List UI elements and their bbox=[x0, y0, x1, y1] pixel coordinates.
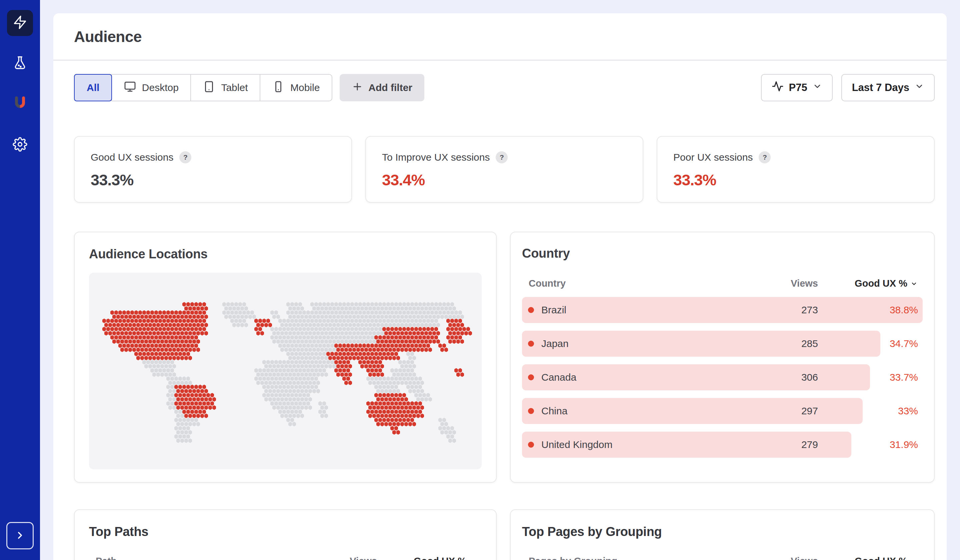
map-dot-land bbox=[440, 422, 444, 426]
map-dot-empty bbox=[144, 438, 148, 443]
map-dot-land bbox=[324, 364, 328, 369]
audience-locations-title: Audience Locations bbox=[89, 247, 482, 261]
map-dot-empty bbox=[128, 430, 132, 435]
map-dot-empty bbox=[140, 422, 144, 426]
help-icon[interactable]: ? bbox=[759, 151, 771, 163]
tab-all-label: All bbox=[87, 82, 99, 93]
country-good-ux: 33% bbox=[818, 405, 918, 417]
map-row bbox=[104, 323, 472, 327]
map-dot-empty bbox=[420, 422, 424, 426]
map-dot-highlight bbox=[196, 331, 200, 336]
tab-tablet[interactable]: Tablet bbox=[190, 74, 260, 101]
map-dot-empty bbox=[152, 438, 156, 443]
country-card: Country Country Views Good UX % Brazil bbox=[510, 232, 935, 483]
sidebar-item-dashboard[interactable] bbox=[7, 10, 33, 36]
map-dot-empty bbox=[208, 430, 212, 435]
map-dot-land bbox=[172, 405, 176, 410]
column-good-ux[interactable]: Good UX % bbox=[818, 556, 918, 560]
map-dot-highlight bbox=[144, 339, 148, 344]
tab-desktop[interactable]: Desktop bbox=[111, 74, 191, 101]
map-dot-land bbox=[308, 397, 312, 402]
map-dot-highlight bbox=[152, 323, 156, 327]
help-icon[interactable]: ? bbox=[496, 151, 508, 163]
map-dot-land bbox=[324, 314, 328, 319]
map-dot-highlight bbox=[380, 339, 384, 344]
add-filter-button[interactable]: Add filter bbox=[340, 74, 424, 101]
map-dot-land bbox=[264, 364, 268, 369]
sidebar-item-settings[interactable] bbox=[7, 132, 33, 158]
map-dot-land bbox=[372, 306, 376, 311]
country-row-canada[interactable]: Canada 306 33.7% bbox=[522, 364, 923, 390]
column-path[interactable]: Path bbox=[96, 556, 320, 560]
map-dot-land bbox=[264, 372, 268, 377]
map-dot-highlight bbox=[200, 306, 204, 311]
map-dot-empty bbox=[180, 364, 184, 369]
map-dot-highlight bbox=[436, 331, 440, 336]
map-dot-land bbox=[356, 306, 360, 311]
map-dot-empty bbox=[440, 372, 444, 377]
map-dot-land bbox=[312, 364, 316, 369]
map-dot-highlight bbox=[192, 306, 196, 311]
map-dot-land bbox=[184, 430, 188, 435]
stat-cards: Good UX sessions ? 33.3% To Improve UX s… bbox=[74, 136, 935, 203]
map-dot-land bbox=[400, 372, 404, 377]
map-dot-empty bbox=[340, 422, 344, 426]
map-dot-land bbox=[164, 364, 168, 369]
map-dot-empty bbox=[216, 356, 220, 360]
map-dot-empty bbox=[148, 430, 152, 435]
map-dot-highlight bbox=[380, 372, 384, 377]
column-views[interactable]: Views bbox=[320, 556, 377, 560]
country-row-united-kingdom[interactable]: United Kingdom 279 31.9% bbox=[522, 432, 923, 458]
country-row-china[interactable]: China 297 33% bbox=[522, 398, 923, 424]
column-good-ux[interactable]: Good UX % bbox=[818, 278, 918, 289]
column-pages-by-grouping[interactable]: Pages by Grouping bbox=[529, 556, 761, 560]
sidebar-expand-button[interactable] bbox=[6, 522, 34, 549]
country-row-japan[interactable]: Japan 285 34.7% bbox=[522, 331, 923, 357]
column-views[interactable]: Views bbox=[761, 556, 818, 560]
map-dot-empty bbox=[444, 372, 448, 377]
map-row bbox=[104, 414, 472, 418]
map-dot-empty bbox=[356, 405, 360, 410]
column-good-ux[interactable]: Good UX % bbox=[377, 556, 477, 560]
map-dot-empty bbox=[328, 389, 332, 393]
map-dot-empty bbox=[104, 356, 108, 360]
map-dot-land bbox=[320, 339, 324, 344]
map-dot-land bbox=[324, 339, 328, 344]
column-views[interactable]: Views bbox=[761, 278, 818, 289]
map-dot-highlight bbox=[188, 397, 192, 402]
map-dot-empty bbox=[264, 405, 268, 410]
map-dot-highlight bbox=[108, 331, 112, 336]
map-dot-highlight bbox=[384, 405, 388, 410]
map-dot-highlight bbox=[176, 405, 180, 410]
map-dot-empty bbox=[436, 372, 440, 377]
map-dot-empty bbox=[176, 372, 180, 377]
column-country[interactable]: Country bbox=[529, 278, 761, 289]
map-dot-land bbox=[440, 430, 444, 435]
map-dot-land bbox=[416, 323, 420, 327]
map-dot-land bbox=[188, 438, 192, 443]
help-icon[interactable]: ? bbox=[179, 151, 191, 163]
map-dot-highlight bbox=[200, 397, 204, 402]
tab-all[interactable]: All bbox=[74, 74, 112, 101]
country-row-brazil[interactable]: Brazil 273 38.8% bbox=[522, 297, 923, 323]
map-dot-empty bbox=[240, 430, 244, 435]
map-dot-empty bbox=[464, 356, 468, 360]
map-dot-highlight bbox=[156, 323, 160, 327]
map-dot-land bbox=[176, 438, 180, 443]
map-dot-land bbox=[420, 306, 424, 311]
percentile-dropdown[interactable]: P75 bbox=[761, 74, 833, 101]
map-dot-highlight bbox=[408, 347, 412, 352]
date-range-dropdown[interactable]: Last 7 Days bbox=[841, 74, 935, 101]
map-dot-empty bbox=[268, 414, 272, 418]
sidebar-item-logo[interactable] bbox=[7, 91, 33, 117]
map-dot-empty bbox=[416, 438, 420, 443]
map-dot-land bbox=[276, 389, 280, 393]
sidebar-item-experiments[interactable] bbox=[7, 51, 33, 77]
map-dot-empty bbox=[136, 430, 140, 435]
page-content: All Desktop Tablet bbox=[53, 61, 947, 560]
map-dot-land bbox=[408, 323, 412, 327]
map-dot-empty bbox=[440, 389, 444, 393]
tab-mobile[interactable]: Mobile bbox=[260, 74, 332, 101]
map-dot-land bbox=[288, 405, 292, 410]
map-dot-empty bbox=[224, 356, 228, 360]
